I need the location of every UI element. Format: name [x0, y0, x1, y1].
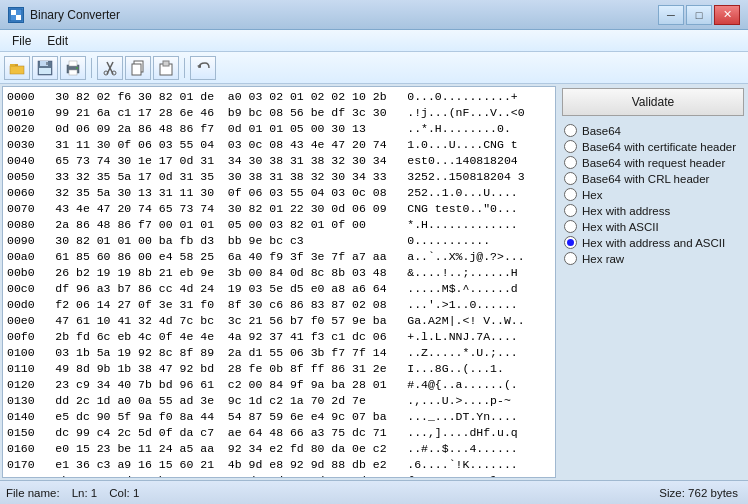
- svg-rect-12: [69, 70, 77, 75]
- radio-label-hexaddrascii: Hex with address and ASCII: [582, 237, 725, 249]
- radio-label-base64crl: Base64 with CRL header: [582, 173, 709, 185]
- save-button[interactable]: [32, 56, 58, 80]
- radio-group: Base64Base64 with certificate headerBase…: [562, 120, 744, 269]
- radio-label-hex: Hex: [582, 189, 602, 201]
- radio-label-hexascii: Hex with ASCII: [582, 221, 659, 233]
- radio-hexascii[interactable]: Hex with ASCII: [564, 220, 742, 233]
- radio-circle-hex: [564, 188, 577, 201]
- radio-circle-base64: [564, 124, 577, 137]
- size-section: Size: 762 bytes: [659, 487, 738, 499]
- radio-label-base64req: Base64 with request header: [582, 157, 725, 169]
- radio-circle-hexaddr: [564, 204, 577, 217]
- menu-edit[interactable]: Edit: [39, 32, 76, 50]
- radio-label-hexraw: Hex raw: [582, 253, 624, 265]
- svg-rect-2: [16, 15, 21, 20]
- paste-button[interactable]: [153, 56, 179, 80]
- radio-circle-hexraw: [564, 252, 577, 265]
- validate-button[interactable]: Validate: [562, 88, 744, 116]
- radio-hexaddr[interactable]: Hex with address: [564, 204, 742, 217]
- maximize-button[interactable]: □: [686, 5, 712, 25]
- svg-rect-8: [39, 68, 51, 74]
- col-value: Col: 1: [109, 487, 139, 499]
- radio-circle-base64cert: [564, 140, 577, 153]
- radio-base64cert[interactable]: Base64 with certificate header: [564, 140, 742, 153]
- svg-rect-4: [10, 66, 24, 74]
- radio-label-base64: Base64: [582, 125, 621, 137]
- radio-base64[interactable]: Base64: [564, 124, 742, 137]
- radio-hex[interactable]: Hex: [564, 188, 742, 201]
- radio-label-hexaddr: Hex with address: [582, 205, 670, 217]
- cut-button[interactable]: [97, 56, 123, 80]
- svg-rect-1: [11, 10, 16, 15]
- size-value: Size: 762 bytes: [659, 487, 738, 499]
- svg-point-13: [76, 67, 78, 69]
- radio-base64req[interactable]: Base64 with request header: [564, 156, 742, 169]
- separator-1: [91, 58, 92, 78]
- svg-rect-21: [163, 61, 169, 66]
- radio-hexraw[interactable]: Hex raw: [564, 252, 742, 265]
- toolbar: [0, 52, 748, 84]
- radio-circle-base64crl: [564, 172, 577, 185]
- radio-label-base64cert: Base64 with certificate header: [582, 141, 736, 153]
- window-title: Binary Converter: [30, 8, 120, 22]
- right-panel: Validate Base64Base64 with certificate h…: [558, 84, 748, 480]
- status-bar: File name: Ln: 1 Col: 1 Size: 762 bytes: [0, 480, 748, 504]
- radio-base64crl[interactable]: Base64 with CRL header: [564, 172, 742, 185]
- line-value: Ln: 1: [72, 487, 98, 499]
- main-content: 0000 30 82 02 f6 30 82 01 de a0 03 02 01…: [0, 84, 748, 480]
- menu-file[interactable]: File: [4, 32, 39, 50]
- filename-label: File name:: [6, 487, 60, 499]
- svg-rect-11: [69, 61, 77, 66]
- app-icon: [8, 7, 24, 23]
- svg-rect-19: [132, 64, 141, 75]
- radio-circle-hexaddrascii: [564, 236, 577, 249]
- radio-circle-base64req: [564, 156, 577, 169]
- window-controls: ─ □ ✕: [658, 5, 740, 25]
- radio-hexaddrascii[interactable]: Hex with address and ASCII: [564, 236, 742, 249]
- col-section: Col: 1: [109, 487, 139, 499]
- minimize-button[interactable]: ─: [658, 5, 684, 25]
- separator-2: [184, 58, 185, 78]
- hex-display[interactable]: 0000 30 82 02 f6 30 82 01 de a0 03 02 01…: [3, 87, 555, 477]
- line-section: Ln: 1: [72, 487, 98, 499]
- undo-button[interactable]: [190, 56, 216, 80]
- radio-circle-hexascii: [564, 220, 577, 233]
- title-bar: Binary Converter ─ □ ✕: [0, 0, 748, 30]
- filename-section: File name:: [6, 487, 60, 499]
- hex-panel[interactable]: 0000 30 82 02 f6 30 82 01 de a0 03 02 01…: [2, 86, 556, 478]
- close-button[interactable]: ✕: [714, 5, 740, 25]
- svg-rect-9: [46, 62, 48, 65]
- open-button[interactable]: [4, 56, 30, 80]
- copy-button[interactable]: [125, 56, 151, 80]
- menu-bar: File Edit: [0, 30, 748, 52]
- print-button[interactable]: [60, 56, 86, 80]
- svg-rect-5: [10, 64, 15, 67]
